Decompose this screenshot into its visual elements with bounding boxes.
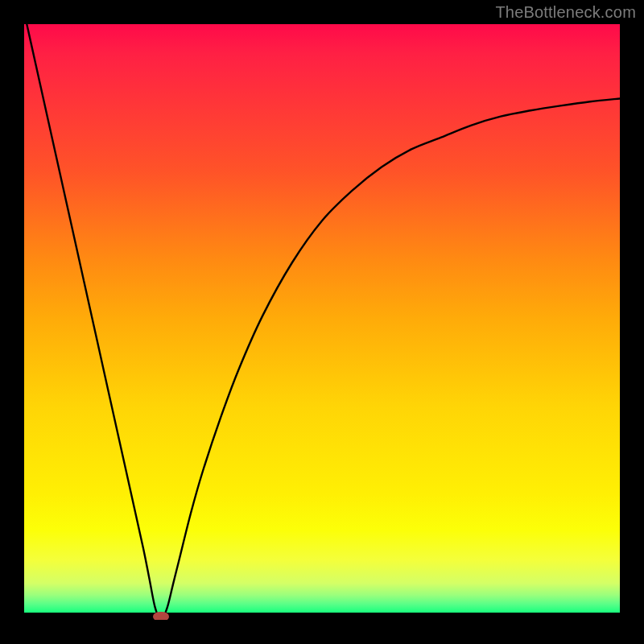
bottleneck-curve [24, 24, 620, 620]
plot-area [24, 24, 620, 620]
minimum-marker [153, 612, 169, 620]
chart-frame: TheBottleneck.com [0, 0, 644, 644]
attribution-text: TheBottleneck.com [495, 3, 636, 22]
